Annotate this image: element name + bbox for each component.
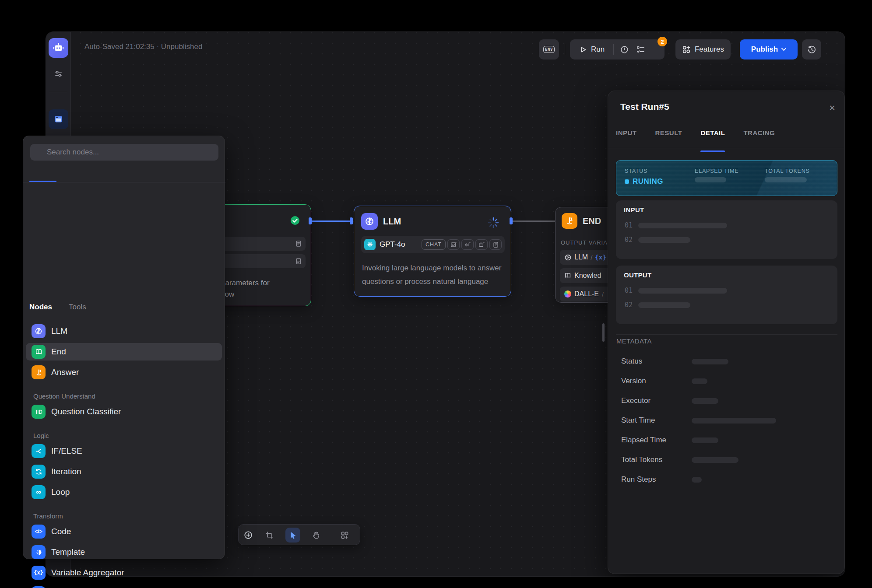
flag-icon (565, 217, 574, 225)
version-history-button[interactable] (802, 39, 821, 60)
app-root: Auto-Saved 21:02:35 · Unpublished ENV Ru… (0, 0, 872, 588)
brain-icon (564, 254, 572, 261)
node-item-question-classifier[interactable]: Question Classifier (26, 403, 222, 420)
separator: / (602, 290, 604, 298)
tab-nodes[interactable]: Nodes (29, 303, 52, 312)
metadata-row-start-time: Start Time (616, 416, 837, 425)
model-selector[interactable]: ❋ GPT-4o CHAT (361, 236, 505, 253)
rail-sliders-button[interactable] (49, 64, 68, 84)
canvas-toolbar (238, 524, 360, 545)
sliders-icon (54, 70, 63, 78)
variable-aggregator-icon: {x} (32, 566, 46, 580)
pointer-tool-button[interactable] (285, 528, 300, 542)
elapsed-time-value (695, 177, 726, 182)
cursor-icon (289, 531, 297, 539)
image-capability-icon (447, 239, 460, 250)
variable-assigner-icon: {=} (32, 586, 46, 588)
node-item-iteration[interactable]: Iteration (26, 463, 222, 480)
tab-tracing[interactable]: TRACING (743, 129, 775, 141)
run-button-label: Run (591, 45, 605, 54)
output-title: OUTPUT (624, 271, 651, 279)
status-label: STATUS (625, 168, 647, 174)
openai-icon: ❋ (364, 239, 376, 250)
iteration-icon (32, 465, 46, 479)
question-classifier-icon (32, 405, 46, 419)
output-card: OUTPUT 01 02 (616, 266, 837, 324)
llm-output-port[interactable] (510, 217, 513, 224)
node-item-code[interactable]: </> Code (26, 523, 222, 540)
note-frame-icon (265, 531, 274, 539)
layout-grid-icon (341, 531, 349, 539)
run-panel-tabs: INPUT RESULT DETAIL TRACING (616, 129, 775, 141)
status-value: RUNING (625, 177, 663, 186)
node-item-variable-aggregator[interactable]: {x} Variable Aggregator (26, 564, 222, 581)
close-icon[interactable]: ✕ (827, 103, 837, 113)
node-item-variable-assigner[interactable]: {=} Variable Assigner (26, 584, 222, 588)
metadata-title: METADATA (616, 337, 652, 345)
variable-name: DALL-E (574, 290, 599, 298)
metadata-row-run-steps: Run Steps (616, 475, 837, 484)
metadata-row-status: Status (616, 357, 837, 366)
checklist-icon[interactable] (636, 45, 645, 54)
video-capability-icon (475, 239, 488, 250)
tab-detail[interactable]: DETAIL (700, 129, 725, 141)
book-icon (564, 272, 571, 279)
env-button[interactable]: ENV (539, 39, 559, 60)
llm-node-title: LLM (383, 217, 401, 227)
run-history-timer-icon[interactable] (620, 45, 629, 54)
metadata-row-version: Version (616, 377, 837, 385)
edge-llm-to-end (513, 220, 556, 222)
llm-node[interactable]: LLM ❋ GPT-4o CHAT (354, 206, 511, 297)
auto-layout-button[interactable] (337, 528, 352, 542)
node-item-llm[interactable]: LLM (26, 322, 222, 340)
dalle-icon (564, 290, 571, 298)
start-node-description: parameters for flow (221, 277, 270, 300)
tab-result[interactable]: RESULT (655, 129, 682, 141)
add-note-button[interactable] (262, 528, 277, 542)
rail-workflow-button[interactable] (49, 109, 68, 129)
metadata-row-executor: Executor (616, 396, 837, 405)
file-icon (295, 258, 302, 265)
end-node-icon (562, 213, 577, 229)
node-list: LLM End Answer Question Understand Quest (26, 320, 222, 588)
play-icon (580, 46, 587, 53)
section-question-understand: Question Understand (26, 392, 222, 400)
node-item-if-else[interactable]: IF/ELSE (26, 442, 222, 460)
end-icon (32, 345, 46, 359)
tab-tools[interactable]: Tools (69, 303, 86, 312)
panel-resize-handle[interactable] (602, 323, 605, 342)
robot-icon (53, 42, 64, 54)
node-picker-panel: Nodes Tools LLM End Answer (23, 136, 225, 559)
run-button-group[interactable]: Run (570, 39, 665, 60)
app-logo-robot-icon[interactable] (49, 38, 68, 58)
output-variables-label: OUTPUT VARIA (561, 239, 608, 246)
success-check-icon (290, 216, 300, 227)
model-name: GPT-4o (380, 240, 405, 249)
metadata-list: Status Version Executor Start Time Elaps… (616, 357, 837, 495)
add-node-button[interactable] (241, 528, 256, 542)
node-item-answer[interactable]: Answer (26, 364, 222, 381)
audio-capability-icon (461, 239, 474, 250)
tab-input[interactable]: INPUT (616, 129, 637, 141)
llm-node-icon (361, 213, 378, 230)
start-output-port[interactable] (309, 217, 312, 224)
features-button[interactable]: Features (675, 39, 731, 60)
publish-label: Publish (751, 45, 778, 54)
llm-icon (32, 324, 46, 338)
brain-icon (365, 217, 374, 226)
publish-button[interactable]: Publish (740, 39, 798, 60)
search-input[interactable] (30, 144, 218, 161)
variable-name: Knowled (574, 272, 601, 280)
llm-input-port[interactable] (350, 217, 353, 224)
separator: / (591, 254, 592, 261)
node-item-template[interactable]: Template (26, 543, 222, 561)
hand-tool-button[interactable] (309, 528, 323, 542)
input-title: INPUT (624, 206, 644, 214)
workflow-window-icon (54, 115, 63, 124)
template-icon (32, 545, 46, 559)
node-item-end[interactable]: End (26, 343, 222, 360)
node-item-loop[interactable]: ∞ Loop (26, 483, 222, 501)
checklist-badge: 2 (658, 37, 667, 46)
run-panel-title: Test Run#5 (620, 102, 669, 112)
panel-divider (23, 182, 225, 182)
